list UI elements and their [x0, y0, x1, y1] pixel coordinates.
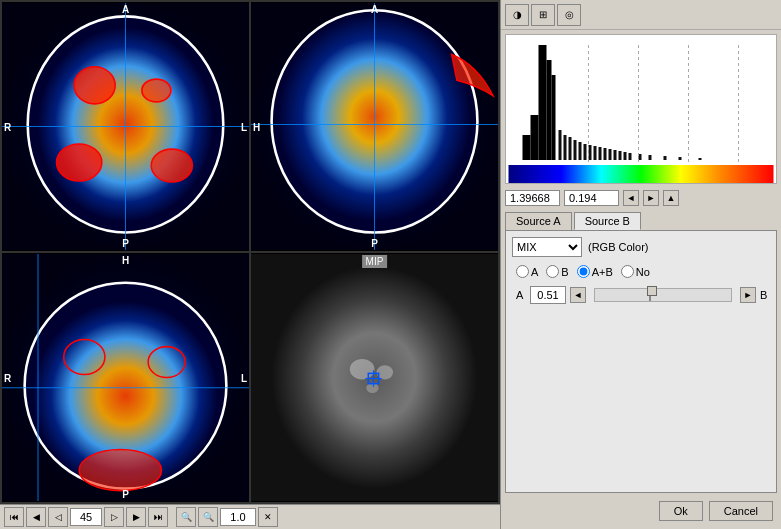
right-panel: ◑ ⊞ ◎: [500, 0, 781, 529]
radio-no[interactable]: [621, 265, 634, 278]
grid-button[interactable]: ⊞: [531, 4, 555, 26]
radio-aplusb-label: A+B: [577, 265, 613, 278]
svg-rect-46: [579, 142, 582, 160]
main-container: A P R L: [0, 0, 781, 529]
histogram-value2: 0.194: [564, 190, 619, 206]
svg-rect-52: [609, 149, 612, 160]
next-value-button[interactable]: ►: [643, 190, 659, 206]
label-bottom-left-top: H: [122, 255, 129, 266]
value-row: 1.39668 0.194 ◄ ► ▲: [501, 188, 781, 208]
radio-aplusb-text: A+B: [592, 266, 613, 278]
label-bottom-left-bottom: P: [122, 489, 129, 500]
bottom-toolbar: ⏮ ◀ ◁ 45 ▷ ▶ ⏭ 🔍 🔍 1.0 ✕: [0, 504, 500, 529]
radio-a[interactable]: [516, 265, 529, 278]
mix-row: MIX A B A+B (RGB Color): [512, 237, 770, 257]
image-grid: A P R L: [0, 0, 500, 504]
svg-rect-56: [629, 153, 632, 160]
svg-rect-44: [569, 137, 572, 160]
brain-view-top-left[interactable]: A P R L: [2, 2, 249, 251]
mix-select[interactable]: MIX A B A+B: [512, 237, 582, 257]
svg-rect-39: [552, 75, 556, 160]
label-top-right-bottom: P: [371, 238, 378, 249]
brain-view-top-right[interactable]: A P H: [251, 2, 498, 251]
svg-rect-53: [614, 150, 617, 160]
prev-frame-button[interactable]: ◀: [26, 507, 46, 527]
svg-rect-47: [584, 144, 587, 160]
svg-point-28: [272, 266, 478, 488]
svg-rect-43: [564, 135, 567, 160]
radio-a-text: A: [531, 266, 538, 278]
zoom-out-button[interactable]: 🔍: [198, 507, 218, 527]
slider-a-label: A: [516, 289, 526, 301]
source-content: MIX A B A+B (RGB Color) A B: [505, 230, 777, 493]
radio-a-label: A: [516, 265, 538, 278]
first-frame-button[interactable]: ⏮: [4, 507, 24, 527]
source-b-tab[interactable]: Source B: [574, 212, 641, 230]
frame-input[interactable]: 45: [70, 508, 102, 526]
expand-button[interactable]: ▲: [663, 190, 679, 206]
alpha-up-button[interactable]: ►: [740, 287, 756, 303]
label-top-left-bottom: P: [122, 238, 129, 249]
clear-button[interactable]: ✕: [258, 507, 278, 527]
label-bottom-left-left: R: [4, 372, 11, 383]
slider-row: A 0.51 ◄ ► B: [516, 286, 770, 304]
svg-rect-41: [523, 135, 531, 160]
zoom-in-button[interactable]: 🔍: [176, 507, 196, 527]
alpha-down-button[interactable]: ◄: [570, 287, 586, 303]
ok-button[interactable]: Ok: [659, 501, 703, 521]
label-top-left-top: A: [122, 4, 129, 15]
rgb-color-label: (RGB Color): [588, 241, 649, 253]
cancel-button[interactable]: Cancel: [709, 501, 773, 521]
next-step-button[interactable]: ▷: [104, 507, 124, 527]
brain-view-bottom-left[interactable]: H P R L: [2, 253, 249, 502]
label-top-right-h: H: [253, 121, 260, 132]
svg-rect-51: [604, 148, 607, 160]
histogram-area: [505, 34, 777, 184]
svg-rect-38: [547, 60, 552, 160]
radio-b-text: B: [561, 266, 568, 278]
svg-rect-40: [531, 115, 539, 160]
source-tabs: Source A Source B: [505, 212, 777, 230]
svg-rect-42: [559, 130, 562, 160]
svg-rect-50: [599, 147, 602, 160]
radio-row: A B A+B No: [516, 265, 770, 278]
prev-step-button[interactable]: ◁: [48, 507, 68, 527]
label-bottom-left-right: L: [241, 372, 247, 383]
svg-rect-60: [679, 157, 682, 160]
svg-rect-55: [624, 152, 627, 160]
alpha-input[interactable]: 0.51: [530, 286, 566, 304]
label-top-left-right: L: [241, 121, 247, 132]
label-top-right-top: A: [371, 4, 378, 15]
right-toolbar: ◑ ⊞ ◎: [501, 0, 781, 30]
svg-rect-61: [699, 158, 702, 160]
radio-no-text: No: [636, 266, 650, 278]
left-panel: A P R L: [0, 0, 500, 529]
radio-b-label: B: [546, 265, 568, 278]
prev-value-button[interactable]: ◄: [623, 190, 639, 206]
next-frame-button[interactable]: ▶: [126, 507, 146, 527]
source-a-tab[interactable]: Source A: [505, 212, 572, 230]
zoom-input[interactable]: 1.0: [220, 508, 256, 526]
svg-rect-58: [649, 155, 652, 160]
svg-rect-36: [509, 165, 774, 183]
histogram-value1: 1.39668: [505, 190, 560, 206]
svg-rect-54: [619, 151, 622, 160]
mip-label: MIP: [362, 255, 388, 268]
radio-b[interactable]: [546, 265, 559, 278]
svg-point-29: [350, 359, 375, 380]
svg-rect-45: [574, 140, 577, 160]
radio-no-label: No: [621, 265, 650, 278]
svg-rect-59: [664, 156, 667, 160]
bottom-buttons: Ok Cancel: [501, 493, 781, 529]
slider-b-label: B: [760, 289, 770, 301]
circle-button[interactable]: ◎: [557, 4, 581, 26]
contrast-button[interactable]: ◑: [505, 4, 529, 26]
last-frame-button[interactable]: ⏭: [148, 507, 168, 527]
svg-rect-49: [594, 146, 597, 160]
svg-point-3: [141, 78, 172, 103]
svg-rect-37: [539, 45, 547, 160]
brain-view-bottom-right[interactable]: MIP: [251, 253, 498, 502]
label-top-left-left: R: [4, 121, 11, 132]
radio-aplusb[interactable]: [577, 265, 590, 278]
